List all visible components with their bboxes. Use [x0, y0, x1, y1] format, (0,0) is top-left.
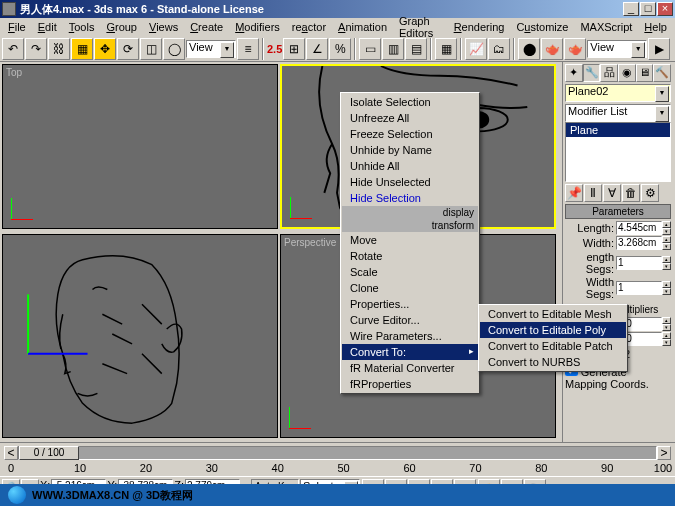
window-title: 男人体4.max - 3ds max 6 - Stand-alone Licen… — [20, 2, 623, 17]
stack-item-plane[interactable]: Plane — [566, 123, 670, 137]
time-thumb[interactable]: 0 / 100 — [19, 446, 79, 460]
menu-create[interactable]: Create — [184, 20, 229, 34]
select-by-name-button[interactable]: ≡ — [237, 38, 259, 60]
width-spinner[interactable]: 3.268cm — [616, 236, 662, 250]
menu-rendering[interactable]: Rendering — [448, 20, 511, 34]
length-spinner[interactable]: 4.545cm — [616, 221, 662, 235]
align-button[interactable]: ▤ — [405, 38, 427, 60]
menu-reactor[interactable]: reactor — [286, 20, 332, 34]
time-ruler: 0102030405060708090100 — [8, 462, 667, 476]
quick-render-button[interactable]: 🫖 — [564, 38, 586, 60]
ctx-clone[interactable]: Clone — [342, 280, 478, 296]
ctx-hide-selection[interactable]: Hide Selection — [342, 190, 478, 206]
tab-motion[interactable]: ◉ — [618, 64, 636, 82]
ctx-fr-material[interactable]: fR Material Converter — [342, 360, 478, 376]
lasso-button[interactable]: ◯ — [163, 38, 185, 60]
viewport-left[interactable] — [2, 234, 278, 438]
left-drawing — [3, 235, 277, 437]
ctx-curve-editor[interactable]: Curve Editor... — [342, 312, 478, 328]
time-prev-button[interactable]: < — [4, 446, 18, 460]
ctx-properties[interactable]: Properties... — [342, 296, 478, 312]
ctx-hide-unselected[interactable]: Hide Unselected — [342, 174, 478, 190]
convert-submenu[interactable]: Convert to Editable Mesh Convert to Edit… — [478, 304, 628, 372]
schematic-button[interactable]: 🗂 — [488, 38, 510, 60]
wsegs-spinner[interactable]: 1 — [616, 281, 662, 295]
site-logo-icon — [8, 486, 26, 504]
curve-editor-button[interactable]: 📈 — [465, 38, 487, 60]
menu-tools[interactable]: Tools — [63, 20, 101, 34]
object-name-field[interactable]: Plane02 — [565, 84, 671, 102]
named-sets-button[interactable]: ▭ — [359, 38, 381, 60]
ctx-unfreeze-all[interactable]: Unfreeze All — [342, 110, 478, 126]
tab-display[interactable]: 🖥 — [636, 64, 654, 82]
ctx-move[interactable]: Move — [342, 232, 478, 248]
tab-create[interactable]: ✦ — [565, 64, 583, 82]
wsegs-label: Width Segs: — [565, 276, 616, 300]
ctx-scale[interactable]: Scale — [342, 264, 478, 280]
quad-menu[interactable]: Isolate Selection Unfreeze All Freeze Se… — [340, 92, 480, 394]
ctx-convert-to[interactable]: Convert To: — [342, 344, 478, 360]
axis-gizmo — [11, 190, 41, 220]
menu-views[interactable]: Views — [143, 20, 184, 34]
ctx-editable-poly[interactable]: Convert to Editable Poly — [480, 322, 626, 338]
ctx-editable-mesh[interactable]: Convert to Editable Mesh — [480, 306, 626, 322]
pin-stack-button[interactable]: 📌 — [565, 184, 583, 202]
watermark-text: WWW.3DMAX8.CN @ 3D教程网 — [32, 488, 193, 503]
menu-customize[interactable]: Customize — [510, 20, 574, 34]
configure-sets-button[interactable]: ⚙ — [641, 184, 659, 202]
tab-hierarchy[interactable]: 品 — [600, 64, 618, 82]
lsegs-spinner[interactable]: 1 — [616, 256, 662, 270]
ctx-editable-patch[interactable]: Convert to Editable Patch — [480, 338, 626, 354]
ctx-unhide-all[interactable]: Unhide All — [342, 158, 478, 174]
modifier-list-dropdown[interactable]: Modifier List — [565, 104, 671, 122]
render-scene-button[interactable]: 🫖 — [541, 38, 563, 60]
select-rotate-button[interactable]: ⟳ — [117, 38, 139, 60]
redo-button[interactable]: ↷ — [25, 38, 47, 60]
show-end-result-button[interactable]: Ⅱ — [584, 184, 602, 202]
select-button[interactable]: ▦ — [71, 38, 93, 60]
selection-filter-dropdown[interactable]: View — [186, 40, 236, 58]
tab-utilities[interactable]: 🔨 — [653, 64, 671, 82]
make-unique-button[interactable]: ∀ — [603, 184, 621, 202]
render-last-button[interactable]: ▶ — [648, 38, 670, 60]
menu-modifiers[interactable]: Modifiers — [229, 20, 286, 34]
angle-snap-button[interactable]: ∠ — [306, 38, 328, 60]
modifier-stack[interactable]: Plane — [565, 122, 671, 182]
ctx-rotate[interactable]: Rotate — [342, 248, 478, 264]
ctx-wire-params[interactable]: Wire Parameters... — [342, 328, 478, 344]
ctx-unhide-by-name[interactable]: Unhide by Name — [342, 142, 478, 158]
maximize-button[interactable]: □ — [640, 2, 656, 16]
menu-file[interactable]: File — [2, 20, 32, 34]
undo-button[interactable]: ↶ — [2, 38, 24, 60]
layers-button[interactable]: ▦ — [435, 38, 457, 60]
viewport-top[interactable]: Top — [2, 64, 278, 229]
lsegs-label: ength Segs: — [565, 251, 616, 275]
material-editor-button[interactable]: ⬤ — [518, 38, 540, 60]
percent-snap-button[interactable]: % — [329, 38, 351, 60]
menu-group[interactable]: Group — [100, 20, 143, 34]
render-dropdown[interactable]: View — [587, 40, 647, 58]
ctx-freeze-selection[interactable]: Freeze Selection — [342, 126, 478, 142]
select-scale-button[interactable]: ◫ — [140, 38, 162, 60]
close-button[interactable]: × — [657, 2, 673, 16]
menu-edit[interactable]: Edit — [32, 20, 63, 34]
mirror-button[interactable]: ▥ — [382, 38, 404, 60]
time-next-button[interactable]: > — [657, 446, 671, 460]
axis-gizmo — [289, 399, 319, 429]
ctx-nurbs[interactable]: Convert to NURBS — [480, 354, 626, 370]
rollout-parameters[interactable]: Parameters — [565, 204, 671, 219]
menu-help[interactable]: Help — [638, 20, 673, 34]
menu-maxscript[interactable]: MAXScript — [574, 20, 638, 34]
app-icon — [2, 2, 16, 16]
ctx-fr-properties[interactable]: fRProperties — [342, 376, 478, 392]
snap-toggle-button[interactable]: ⊞ — [283, 38, 305, 60]
menu-animation[interactable]: Animation — [332, 20, 393, 34]
ctx-isolate[interactable]: Isolate Selection — [342, 94, 478, 110]
tab-modify[interactable]: 🔧 — [583, 64, 601, 82]
menu-grapheditors[interactable]: Graph Editors — [393, 14, 448, 40]
time-slider[interactable]: 0 / 100 — [18, 446, 657, 460]
select-move-button[interactable]: ✥ — [94, 38, 116, 60]
remove-modifier-button[interactable]: 🗑 — [622, 184, 640, 202]
minimize-button[interactable]: _ — [623, 2, 639, 16]
link-button[interactable]: ⛓ — [48, 38, 70, 60]
